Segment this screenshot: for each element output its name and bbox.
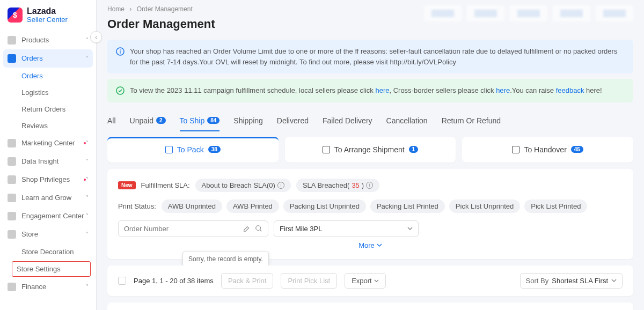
header-widget[interactable]	[424, 5, 462, 21]
header-actions	[424, 5, 633, 21]
export-button[interactable]: Export	[345, 273, 386, 289]
nav-icon	[8, 194, 16, 202]
sidebar-item-marketing-center[interactable]: Marketing Center˅	[0, 134, 96, 152]
pill-awb-unprinted[interactable]: AWB Unprinted	[162, 200, 222, 213]
svg-point-3	[256, 226, 261, 231]
sidebar-subitem-store-settings[interactable]: Store Settings	[12, 261, 91, 277]
link-feedback[interactable]: feedback	[556, 86, 584, 94]
tab-return-or-refund[interactable]: Return Or Refund	[442, 112, 501, 131]
chevron-down-icon: ˅	[86, 195, 89, 201]
sidebar-subitem-return-orders[interactable]: Return Orders	[0, 101, 96, 117]
chevron-down-icon: ˅	[86, 140, 89, 146]
breadcrumb-current[interactable]: Order Management	[137, 5, 193, 13]
header-widget[interactable]	[467, 5, 504, 21]
more-filters-toggle[interactable]: More	[118, 241, 623, 249]
header-widget[interactable]	[510, 5, 547, 21]
page-info: Page 1, 1 - 20 of 38 items	[134, 277, 214, 285]
breadcrumb-home[interactable]: Home	[107, 5, 125, 13]
alert-campaign: To view the 2023 11.11 campaign fulfillm…	[107, 79, 633, 102]
nav-icon	[8, 36, 16, 45]
first-mile-select[interactable]: First Mile 3PL	[274, 220, 419, 237]
info-icon[interactable]: i	[366, 182, 373, 189]
filter-panel: New Fulfillment SLA: About to Breach SLA…	[107, 169, 633, 259]
edit-icon[interactable]	[243, 225, 251, 232]
chevron-down-icon	[374, 278, 379, 283]
sidebar-item-orders[interactable]: Orders˄	[3, 49, 93, 68]
sidebar-item-shop-privileges[interactable]: Shop Privileges˅	[0, 171, 96, 189]
subtab-to-pack[interactable]: To Pack38	[107, 137, 279, 163]
nav-icon	[8, 54, 16, 63]
alert-ovl: i Your shop has reached an Order Volume …	[107, 40, 633, 73]
tab-delivered[interactable]: Delivered	[277, 112, 309, 131]
search-icon[interactable]	[255, 225, 262, 232]
tab-cancellation[interactable]: Cancellation	[386, 112, 428, 131]
table-action-bar: Page 1, 1 - 20 of 38 items Pack & Print …	[107, 265, 633, 296]
chevron-down-icon: ˅	[86, 37, 89, 43]
subtab-badge: 1	[409, 146, 419, 153]
header-widget[interactable]	[596, 5, 633, 21]
empty-record-tooltip: Sorry, the record is empty.	[182, 252, 269, 267]
tab-shipping[interactable]: Shipping	[233, 112, 263, 131]
nav-icon	[8, 139, 16, 147]
order-number-field[interactable]	[118, 220, 268, 237]
sidebar: Lazada Seller Center ‹ Products˅Orders˄O…	[0, 0, 97, 310]
link-here-crossborder[interactable]: here	[496, 86, 510, 94]
chevron-up-icon: ˄	[86, 55, 89, 61]
chevron-down-icon	[377, 242, 382, 248]
pill-packing-list-printed[interactable]: Packing List Printed	[370, 200, 445, 213]
order-tabs: AllUnpaid2To Ship84ShippingDeliveredFail…	[107, 108, 633, 131]
tab-all[interactable]: All	[107, 112, 116, 131]
sidebar-item-learn-and-grow[interactable]: Learn and Grow˅	[0, 189, 96, 207]
subtab-badge: 38	[208, 146, 221, 153]
pill-pick-list-printed[interactable]: Pick List Printed	[524, 200, 587, 213]
pill-packing-list-unprinted[interactable]: Packing List Unprinted	[283, 200, 366, 213]
logo-line-2: Seller Center	[27, 16, 68, 24]
chevron-down-icon: ˅	[86, 284, 89, 290]
collapse-sidebar-button[interactable]: ‹	[90, 31, 102, 43]
sort-select[interactable]: Sort By Shortest SLA First	[520, 273, 623, 289]
tab-failed-delivery[interactable]: Failed Delivery	[323, 112, 372, 131]
new-badge: New	[118, 181, 136, 189]
nav-icon	[8, 157, 16, 166]
info-icon[interactable]: i	[277, 182, 284, 189]
subtab-to-arrange-shipment[interactable]: To Arrange Shipment1	[285, 137, 456, 163]
sidebar-item-products[interactable]: Products˅	[0, 31, 96, 49]
link-here-local[interactable]: here	[375, 86, 389, 94]
sidebar-item-finance[interactable]: Finance˅	[0, 278, 96, 296]
nav-icon	[8, 230, 16, 239]
tab-badge: 84	[207, 117, 219, 124]
pill-awb-printed[interactable]: AWB Printed	[226, 200, 279, 213]
sidebar-subitem-orders[interactable]: Orders	[0, 68, 96, 84]
pill-sla-breached[interactable]: SLA Breached(35) i	[296, 179, 379, 192]
logo-icon	[8, 8, 23, 23]
box-icon	[165, 146, 173, 153]
chevron-down-icon	[611, 278, 617, 283]
select-all-checkbox[interactable]	[118, 277, 126, 285]
chevron-up-icon: ˄	[86, 231, 89, 237]
order-number-input[interactable]	[124, 225, 239, 233]
box-icon	[323, 146, 330, 153]
subtab-to-handover[interactable]: To Handover45	[462, 137, 633, 163]
sidebar-item-store[interactable]: Store˄	[0, 225, 96, 243]
tab-to-ship[interactable]: To Ship84	[180, 112, 220, 131]
info-icon: i	[116, 47, 125, 56]
sidebar-subitem-reviews[interactable]: Reviews	[0, 117, 96, 134]
sla-label: Fulfillment SLA:	[141, 181, 190, 189]
logo[interactable]: Lazada Seller Center	[0, 0, 96, 31]
table-columns-header: Product Total Amount Delivery Status Act…	[107, 302, 633, 311]
sidebar-item-data-insight[interactable]: Data Insight˅	[0, 152, 96, 171]
main-content: Home › Order Management Order Management…	[97, 0, 644, 310]
tab-unpaid[interactable]: Unpaid2	[130, 112, 166, 131]
nav-icon	[8, 175, 16, 184]
print-pick-list-button[interactable]: Print Pick List	[281, 273, 337, 289]
header-widget[interactable]	[553, 5, 590, 21]
nav-icon	[8, 212, 16, 220]
pill-about-breach[interactable]: About to Breach SLA(0) i	[195, 179, 291, 192]
box-icon	[512, 146, 519, 153]
pack-print-button[interactable]: Pack & Print	[221, 273, 274, 289]
sidebar-subitem-logistics[interactable]: Logistics	[0, 84, 96, 101]
pill-pick-list-unprinted[interactable]: Pick List Unprinted	[449, 200, 520, 213]
sidebar-item-engagement-center[interactable]: Engagement Center˅	[0, 207, 96, 225]
sidebar-subitem-store-decoration[interactable]: Store Decoration	[0, 243, 96, 260]
breadcrumb: Home › Order Management	[107, 5, 215, 13]
